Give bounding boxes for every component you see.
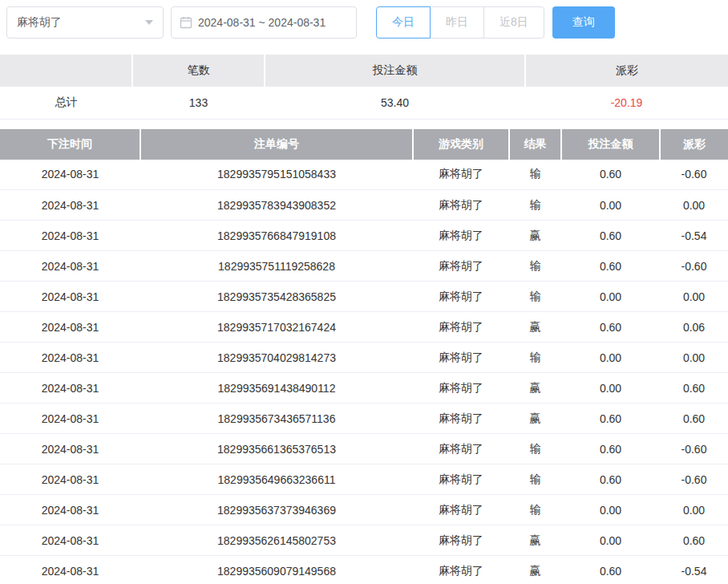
cell-game-type: 麻将胡了 [413,160,509,190]
cell-game-type: 麻将胡了 [413,556,509,584]
cell-payout: -0.60 [660,251,728,282]
summary-total-row: 总计 133 53.40 -20.19 [0,87,728,119]
cell-bet-id: 1829935783943908352 [140,190,413,221]
cell-payout: -0.54 [660,556,728,584]
cell-bet-id: 1829935609079149568 [140,556,413,584]
date-range-picker[interactable]: 2024-08-31 ~ 2024-08-31 [171,6,357,39]
table-row: 2024-08-311829935637373946369麻将胡了输0.000.… [0,495,728,525]
header-game-type: 游戏类别 [413,129,509,160]
header-bet-amount: 投注金额 [561,129,660,160]
cell-bet-amount: 0.00 [561,373,660,404]
cell-game-type: 麻将胡了 [413,312,509,343]
summary-header-row: 笔数 投注金额 派彩 [0,55,728,87]
table-row: 2024-08-311829935673436571136麻将胡了赢0.600.… [0,404,728,434]
bet-table-header-row: 下注时间 注单编号 游戏类别 结果 投注金额 派彩 [0,129,728,160]
cell-bet-amount: 0.60 [561,251,660,282]
table-row: 2024-08-311829935649663236611麻将胡了输0.60-0… [0,464,728,495]
cell-bet-time: 2024-08-31 [0,282,140,312]
cell-payout: -0.60 [660,464,728,495]
quick-button-yesterday[interactable]: 昨日 [430,6,484,39]
table-row: 2024-08-311829935717032167424麻将胡了赢0.600.… [0,312,728,343]
cell-game-type: 麻将胡了 [413,190,509,221]
summary-count-value: 133 [132,87,265,119]
cell-result: 赢 [509,312,561,343]
cell-game-type: 麻将胡了 [413,495,509,525]
cell-bet-id: 1829935661365376513 [140,434,413,464]
cell-payout: 0.00 [660,343,728,373]
cell-bet-id: 1829935626145802753 [140,525,413,556]
cell-payout: 0.60 [660,525,728,556]
cell-bet-time: 2024-08-31 [0,434,140,464]
cell-bet-time: 2024-08-31 [0,556,140,584]
cell-result: 赢 [509,556,561,584]
table-row: 2024-08-311829935691438490112麻将胡了赢0.000.… [0,373,728,404]
cell-bet-amount: 0.60 [561,160,660,190]
game-select-value: 麻将胡了 [17,15,62,30]
table-row: 2024-08-311829935766847919108麻将胡了赢0.60-0… [0,221,728,251]
cell-bet-amount: 0.60 [561,434,660,464]
header-payout: 派彩 [660,129,728,160]
cell-bet-id: 1829935673436571136 [140,404,413,434]
summary-header-bet-amount: 投注金额 [265,55,525,87]
cell-result: 输 [509,160,561,190]
cell-result: 输 [509,251,561,282]
bet-table-body: 2024-08-311829935795151058433麻将胡了输0.60-0… [0,160,728,584]
cell-bet-amount: 0.00 [561,525,660,556]
summary-total-label: 总计 [0,87,132,119]
cell-result: 输 [509,282,561,312]
cell-bet-time: 2024-08-31 [0,373,140,404]
query-button[interactable]: 查询 [552,6,615,39]
cell-bet-time: 2024-08-31 [0,190,140,221]
header-result: 结果 [509,129,561,160]
quick-button-today[interactable]: 今日 [376,6,431,39]
cell-result: 赢 [509,373,561,404]
cell-bet-amount: 0.60 [561,221,660,251]
summary-header-count: 笔数 [132,55,265,87]
header-bet-id: 注单编号 [140,129,413,160]
chevron-down-icon [145,20,153,25]
cell-bet-amount: 0.60 [561,404,660,434]
cell-game-type: 麻将胡了 [413,404,509,434]
cell-game-type: 麻将胡了 [413,282,509,312]
cell-game-type: 麻将胡了 [413,373,509,404]
cell-bet-amount: 0.00 [561,343,660,373]
header-bet-time: 下注时间 [0,129,140,160]
cell-payout: 0.60 [660,404,728,434]
table-row: 2024-08-311829935735428365825麻将胡了输0.000.… [0,282,728,312]
bet-record-page: 麻将胡了 2024-08-31 ~ 2024-08-31 今日 昨日 近8日 查… [0,0,728,584]
cell-game-type: 麻将胡了 [413,343,509,373]
query-toolbar: 麻将胡了 2024-08-31 ~ 2024-08-31 今日 昨日 近8日 查… [0,0,728,39]
bet-records-table: 下注时间 注单编号 游戏类别 结果 投注金额 派彩 2024-08-311829… [0,129,728,584]
cell-game-type: 麻将胡了 [413,221,509,251]
date-range-value: 2024-08-31 ~ 2024-08-31 [198,16,326,29]
cell-bet-time: 2024-08-31 [0,251,140,282]
cell-game-type: 麻将胡了 [413,251,509,282]
table-row: 2024-08-311829935609079149568麻将胡了赢0.60-0… [0,556,728,584]
summary-table: 笔数 投注金额 派彩 总计 133 53.40 -20.19 [0,55,728,120]
table-row: 2024-08-311829935626145802753麻将胡了赢0.000.… [0,525,728,556]
cell-payout: 0.06 [660,312,728,343]
cell-payout: -0.60 [660,160,728,190]
cell-result: 赢 [509,221,561,251]
cell-bet-time: 2024-08-31 [0,525,140,556]
cell-bet-id: 1829935717032167424 [140,312,413,343]
cell-bet-time: 2024-08-31 [0,221,140,251]
cell-bet-time: 2024-08-31 [0,495,140,525]
cell-payout: 0.60 [660,373,728,404]
cell-bet-id: 1829935795151058433 [140,160,413,190]
cell-bet-id: 1829935735428365825 [140,282,413,312]
game-select[interactable]: 麻将胡了 [6,6,164,39]
cell-game-type: 麻将胡了 [413,434,509,464]
cell-bet-time: 2024-08-31 [0,160,140,190]
cell-game-type: 麻将胡了 [413,525,509,556]
cell-result: 赢 [509,404,561,434]
cell-result: 输 [509,434,561,464]
summary-bet-amount-value: 53.40 [265,87,525,119]
calendar-icon [180,16,192,29]
quick-button-last-8-days[interactable]: 近8日 [483,6,544,39]
quick-date-button-group: 今日 昨日 近8日 [376,6,544,39]
cell-payout: -0.60 [660,434,728,464]
table-row: 2024-08-311829935751119258628麻将胡了输0.60-0… [0,251,728,282]
cell-payout: 0.00 [660,190,728,221]
cell-bet-amount: 0.60 [561,556,660,584]
